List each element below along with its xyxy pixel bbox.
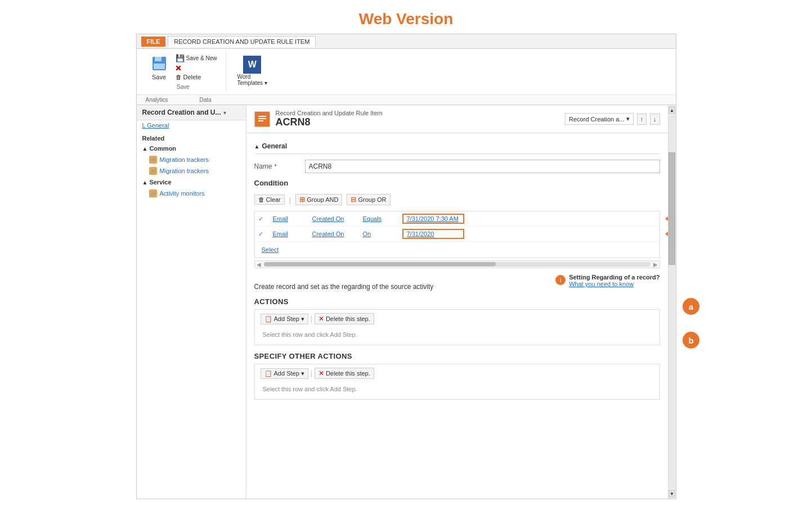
form-nav-down-button[interactable]: ↓ <box>650 114 660 125</box>
add-step-2-icon: 📋 <box>264 370 272 377</box>
callout-a: a <box>683 298 699 315</box>
scroll-left-icon[interactable]: ◀ <box>255 261 263 268</box>
cond-entity-1[interactable]: Email <box>273 215 307 222</box>
svg-rect-2 <box>154 64 165 69</box>
delete-step-button[interactable]: ✕ Delete this step. <box>315 313 374 324</box>
sidebar-activity-label: Activity monitors <box>160 190 205 197</box>
cond-check-2: ✓ <box>258 231 267 238</box>
word-templates-label: WordTemplates ▾ <box>237 74 267 86</box>
svg-rect-1 <box>155 57 161 61</box>
sidebar-item-activity-monitors[interactable]: 🔗 Activity monitors <box>137 188 246 199</box>
save-close-button[interactable]: 💾 Save & New <box>174 53 219 63</box>
nav-dropdown-arrow-icon: ▾ <box>626 115 630 123</box>
word-templates-button[interactable]: W WordTemplates ▾ <box>233 53 272 88</box>
clear-button[interactable]: 🗑 Clear <box>254 195 285 205</box>
add-step-arrow-icon: ▾ <box>301 315 304 323</box>
outer-wrapper: Web Version FILE RECORD CREATION AND UPD… <box>0 0 812 499</box>
v-scrollbar[interactable]: ▲ ▼ <box>668 105 676 499</box>
cond-value-2[interactable]: 7/31/2020 <box>402 229 464 239</box>
scroll-right-icon[interactable]: ▶ <box>652 261 660 268</box>
cond-operator-1[interactable]: Equals <box>363 215 397 222</box>
condition-label: Condition <box>254 179 660 187</box>
save-floppy-icon: 💾 <box>176 54 185 62</box>
add-step-2-arrow-icon: ▾ <box>301 370 304 377</box>
app-window: FILE RECORD CREATION AND UPDATE RULE ITE… <box>136 34 676 499</box>
ribbon: FILE RECORD CREATION AND UPDATE RULE ITE… <box>137 34 676 105</box>
clear-icon: 🗑 <box>258 196 264 203</box>
sidebar-common-label: Common <box>149 145 176 152</box>
group-and-button[interactable]: ⊞ Group AND <box>295 194 342 205</box>
word-icon: W <box>243 56 261 74</box>
form-nav-up-button[interactable]: ↑ <box>637 114 647 125</box>
cond-value-1[interactable]: 7/31/2020 7:30 AM <box>402 214 464 224</box>
cond-check-1: ✓ <box>258 215 267 223</box>
cond-operator-2[interactable]: On <box>363 231 397 237</box>
add-step-2-button[interactable]: 📋 Add Step ▾ <box>261 368 308 379</box>
sidebar-item-migration-1[interactable]: 🔗 Migration trackers <box>137 154 246 165</box>
save-buttons: Save 💾 Save & New 🗙 <box>148 53 219 82</box>
info-setting: i Setting Regarding of a record? What yo… <box>555 274 660 287</box>
sidebar-service-header[interactable]: ▲ Service <box>137 177 246 188</box>
save-label: Save <box>152 74 166 80</box>
create-record-text: Create record and set as the regarding o… <box>254 283 434 291</box>
scroll-up-button[interactable]: ▲ <box>669 106 675 114</box>
info-link[interactable]: What you need to know <box>569 281 660 287</box>
service-arrow-icon: ▲ <box>142 179 148 186</box>
add-step-button[interactable]: 📋 Add Step ▾ <box>261 314 308 324</box>
activity-icon: 🔗 <box>149 189 157 197</box>
info-text-block: Setting Regarding of a record? What you … <box>569 274 660 287</box>
h-scrollbar[interactable]: ◀ ▶ <box>254 260 660 268</box>
create-record-row: Create record and set as the regarding o… <box>254 274 660 294</box>
info-icon: i <box>555 275 566 285</box>
action-placeholder-text: Select this row and click Add Step. <box>261 328 654 341</box>
svg-rect-5 <box>258 118 266 119</box>
group-or-button[interactable]: ⊟ Group OR <box>347 194 390 205</box>
form-nav-dropdown[interactable]: Record Creation a... ▾ <box>565 113 633 125</box>
general-section-label: General <box>262 142 287 150</box>
sidebar-entity-name: Record Creation and U... <box>142 109 221 116</box>
v-scroll-thumb <box>669 152 675 264</box>
condition-select-row: Select <box>255 242 660 258</box>
group-and-icon: ⊞ <box>299 196 305 204</box>
cond-entity-2[interactable]: Email <box>273 231 307 237</box>
sidebar-chevron-icon: ▾ <box>223 110 226 116</box>
ribbon-small-group: 💾 Save & New 🗙 🗑 Delete <box>174 53 219 81</box>
add-step-2-label: Add Step <box>274 370 299 377</box>
sidebar-item-migration-2[interactable]: 🔗 Migration trackers <box>137 165 246 177</box>
cond-field-2[interactable]: Created On <box>312 231 357 237</box>
name-field-row: Name * <box>254 160 660 173</box>
nav-dropdown-text: Record Creation a... <box>569 116 624 123</box>
group-or-label: Group OR <box>358 196 386 203</box>
file-tab[interactable]: FILE <box>141 37 166 47</box>
name-label: Name * <box>254 162 299 170</box>
save-button[interactable]: Save <box>148 53 171 82</box>
general-arrow-icon: ▲ <box>254 143 260 150</box>
delete-step-icon: ✕ <box>318 315 324 323</box>
form-title-block: Record Creation and Update Rule Item ACR… <box>276 110 383 128</box>
specify-action-placeholder-text: Select this row and click Add Step. <box>261 382 654 396</box>
delete-step-2-icon: ✕ <box>318 369 324 377</box>
save-new-button[interactable]: 🗙 <box>174 64 219 72</box>
scroll-track <box>264 262 651 266</box>
actions-toolbar: 📋 Add Step ▾ | ✕ Delete this step. <box>261 313 654 324</box>
migration-icon-1: 🔗 <box>149 156 157 164</box>
scroll-down-button[interactable]: ▼ <box>669 490 675 498</box>
action-sep-2: | <box>311 369 312 377</box>
sidebar-common-header[interactable]: ▲ Common <box>137 143 246 154</box>
v-scroll-track <box>669 115 675 489</box>
form-header-left: Record Creation and Update Rule Item ACR… <box>254 110 383 128</box>
condition-row-1: ✓ Email Created On Equals 7/31/2020 7:30… <box>255 211 660 227</box>
record-tab[interactable]: RECORD CREATION AND UPDATE RULE ITEM <box>168 36 316 47</box>
delete-step-2-button[interactable]: ✕ Delete this step. <box>315 368 374 379</box>
main-layout: Record Creation and U... ▾ L General Rel… <box>137 105 676 499</box>
cond-field-1[interactable]: Created On <box>312 215 357 222</box>
sidebar-entity-header[interactable]: Record Creation and U... ▾ <box>137 105 246 120</box>
callout-b: b <box>683 332 699 349</box>
select-link[interactable]: Select <box>258 244 282 255</box>
name-input[interactable] <box>305 160 660 173</box>
delete-button[interactable]: 🗑 Delete <box>174 73 219 81</box>
sidebar-nav-link[interactable]: L General <box>137 120 246 130</box>
condition-toolbar: 🗑 Clear | ⊞ Group AND ⊟ Group OR <box>254 192 660 207</box>
group-and-label: Group AND <box>307 196 338 203</box>
page-title: Web Version <box>0 0 812 34</box>
